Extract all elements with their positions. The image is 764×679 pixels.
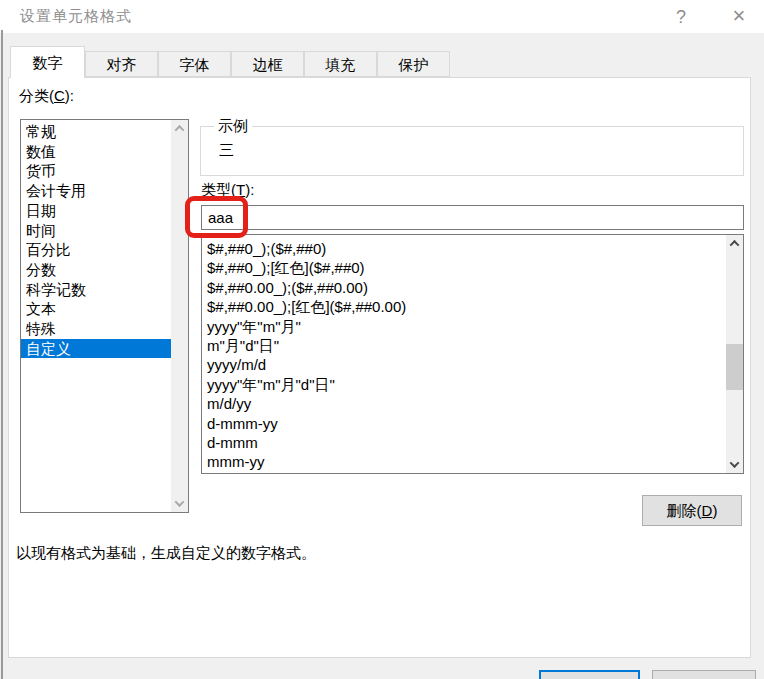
cancel-button[interactable] — [652, 670, 756, 679]
type-input[interactable] — [201, 205, 744, 230]
category-item[interactable]: 数值 — [21, 142, 171, 162]
dialog-title: 设置单元格格式 — [20, 7, 132, 26]
tab-border[interactable]: 边框 — [231, 51, 304, 77]
tab-font[interactable]: 字体 — [158, 51, 231, 77]
category-item[interactable]: 货币 — [21, 161, 171, 181]
format-item[interactable]: $#,##0.00_);($#,##0.00) — [202, 278, 726, 297]
tab-alignment[interactable]: 对齐 — [85, 51, 158, 77]
type-format-listbox[interactable]: $#,##0_);($#,##0) $#,##0_);[红色]($#,##0) … — [201, 234, 744, 474]
category-label: 分类(C): — [19, 87, 74, 106]
category-item[interactable]: 常规 — [21, 122, 171, 142]
type-label: 类型(T): — [201, 181, 254, 200]
category-item[interactable]: 日期 — [21, 201, 171, 221]
scrollbar-thumb[interactable] — [726, 344, 743, 390]
tab-fill[interactable]: 填充 — [304, 51, 377, 77]
example-value: 三 — [219, 141, 234, 160]
dialog-titlebar: 设置单元格格式 ? × — [0, 0, 764, 33]
scroll-down-icon[interactable] — [726, 456, 743, 473]
format-item[interactable]: m/d/yy — [202, 394, 726, 413]
format-cells-dialog: 设置单元格格式 ? × 数字 对齐 字体 边框 填充 保护 分类(C): 常规 … — [0, 0, 764, 679]
format-item[interactable]: d-mmm — [202, 433, 726, 452]
type-format-items: $#,##0_);($#,##0) $#,##0_);[红色]($#,##0) … — [202, 235, 726, 472]
format-item[interactable]: yyyy/m/d — [202, 355, 726, 374]
category-item[interactable]: 特殊 — [21, 319, 171, 339]
format-item[interactable]: yyyy"年"m"月" — [202, 317, 726, 336]
number-tab-page: 分类(C): 常规 数值 货币 会计专用 日期 时间 百分比 分数 科学记数 文… — [8, 77, 751, 658]
category-item[interactable]: 文本 — [21, 299, 171, 319]
category-scrollbar[interactable] — [171, 120, 188, 512]
format-item[interactable]: $#,##0_);[红色]($#,##0) — [202, 258, 726, 277]
format-item[interactable]: $#,##0_);($#,##0) — [202, 239, 726, 258]
category-item[interactable]: 时间 — [21, 221, 171, 241]
category-item[interactable]: 分数 — [21, 260, 171, 280]
example-groupbox: 示例 三 — [200, 126, 744, 176]
format-item[interactable]: yyyy"年"m"月"d"日" — [202, 375, 726, 394]
category-items: 常规 数值 货币 会计专用 日期 时间 百分比 分数 科学记数 文本 特殊 自定… — [21, 120, 171, 358]
format-item[interactable]: $#,##0.00_);[红色]($#,##0.00) — [202, 297, 726, 316]
category-listbox[interactable]: 常规 数值 货币 会计专用 日期 时间 百分比 分数 科学记数 文本 特殊 自定… — [20, 119, 189, 513]
type-list-scrollbar[interactable] — [726, 235, 743, 473]
format-item[interactable]: m"月"d"日" — [202, 336, 726, 355]
close-icon[interactable]: × — [724, 2, 754, 30]
ok-button[interactable] — [539, 670, 640, 679]
window-edge-artifact — [1, 30, 3, 679]
example-group-label: 示例 — [214, 117, 252, 136]
category-item[interactable]: 百分比 — [21, 240, 171, 260]
scroll-up-icon[interactable] — [726, 235, 743, 252]
format-item[interactable]: d-mmm-yy — [202, 414, 726, 433]
help-icon[interactable]: ? — [668, 4, 694, 30]
delete-button[interactable]: 删除(D) — [642, 495, 742, 526]
category-item[interactable]: 科学记数 — [21, 280, 171, 300]
tab-number[interactable]: 数字 — [10, 46, 85, 78]
format-item[interactable]: mmm-yy — [202, 452, 726, 471]
tab-protection[interactable]: 保护 — [377, 51, 450, 77]
category-item-selected[interactable]: 自定义 — [21, 339, 171, 359]
scroll-down-icon[interactable] — [171, 495, 188, 512]
category-item[interactable]: 会计专用 — [21, 181, 171, 201]
hint-text: 以现有格式为基础，生成自定义的数字格式。 — [16, 544, 316, 563]
scroll-up-icon[interactable] — [171, 120, 188, 137]
